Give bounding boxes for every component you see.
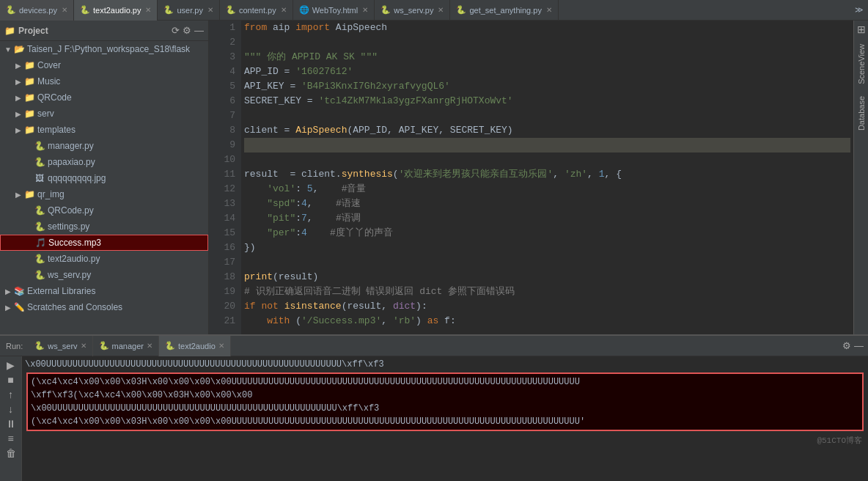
sidebar-item-settings-py[interactable]: 🐍 settings.py (0, 219, 208, 235)
code-line-20[interactable]: if not isinstance(result, dict): (244, 299, 850, 314)
code-line-15[interactable]: "per":4 #度丫丫的声音 (244, 226, 850, 240)
code-container[interactable]: 123456789101112131415161718192021 from a… (209, 21, 853, 334)
tab-overflow-button[interactable]: ≫ (850, 5, 868, 15)
run-tab-icons: ⚙ — (842, 340, 868, 351)
run-output-highlighted: (\xc4\xc4\x00\x00\x03H\x00\x00\x00\x00UU… (26, 372, 864, 431)
sidebar-item-music[interactable]: ▶ 📁 Music (0, 73, 208, 89)
tab-close-ws-serv[interactable]: ✕ (438, 6, 444, 14)
token-var: = client. (279, 167, 342, 182)
sidebar-item-root[interactable]: ▼ 📂 Taisen_J F:\Python_workspace_S18\fla… (0, 41, 208, 57)
sidebar-item-external-libraries[interactable]: ▶ 📚 External Libraries (0, 283, 208, 299)
editor-area: 123456789101112131415161718192021 from a… (209, 21, 853, 334)
settings-icon[interactable]: ⚙ (842, 340, 851, 351)
tab-close-text2audio[interactable]: ✕ (145, 6, 151, 14)
folder-icon: 📁 (23, 108, 35, 120)
code-line-10[interactable] (244, 153, 850, 167)
code-line-14[interactable]: "pit":7, #语调 (244, 211, 850, 226)
code-line-8[interactable]: client = AipSpeech(APP_ID, API_KEY, SECR… (244, 123, 850, 138)
run-tab-close-manager[interactable]: ✕ (147, 342, 152, 350)
tab-devices-py[interactable]: 🐍 devices.py ✕ (0, 0, 74, 21)
sidebar-item-papaxiao-py[interactable]: 🐍 papaxiao.py (0, 154, 208, 170)
code-line-2[interactable] (244, 35, 850, 50)
sidebar-item-manager-py[interactable]: 🐍 manager.py (0, 138, 208, 154)
code-content[interactable]: from aip import AipSpeech """ 你的 APPID A… (241, 21, 853, 334)
run-tab-text2audio[interactable]: 🐍 text2audio ✕ (159, 336, 231, 356)
sync-icon[interactable]: ⟳ (172, 25, 180, 36)
tab-close-content[interactable]: ✕ (281, 6, 287, 14)
token-var: ( (393, 167, 399, 182)
code-line-7[interactable] (244, 109, 850, 123)
code-line-11[interactable]: result = client.synthesis('欢迎来到老男孩只能亲自互动… (244, 167, 850, 182)
sidebar-item-cover[interactable]: ▶ 📁 Cover (0, 57, 208, 73)
run-output-area[interactable]: \x00UUUUUUUUUUUUUUUUUUUUUUUUUUUUUUUUUUUU… (22, 356, 868, 481)
token-str: '欢迎来到老男孩只能亲自互动乐园' (399, 167, 553, 182)
token-str: "spd" (267, 197, 295, 211)
run-stop-icon[interactable]: ■ (7, 374, 13, 386)
run-arrow-up-icon[interactable]: ↑ (8, 389, 13, 400)
sidebar-item-templates[interactable]: ▶ 📁 templates (0, 122, 208, 138)
run-arrow-down-icon[interactable]: ↓ (8, 403, 13, 415)
code-line-3[interactable]: """ 你的 APPID AK SK """ (244, 50, 850, 65)
line-number-20: 20 (215, 299, 235, 314)
sidebar-item-label-papaxiao: papaxiao.py (48, 157, 95, 167)
tab-get-set-anything-py[interactable]: 🐍 get_set_anything.py ✕ (450, 0, 558, 21)
run-tab-manager[interactable]: 🐍 manager ✕ (93, 336, 159, 356)
run-play-icon[interactable]: ▶ (7, 359, 15, 371)
sidebar-item-serv[interactable]: ▶ 📁 serv (0, 106, 208, 122)
scene-view-label[interactable]: SceneView (856, 41, 867, 87)
code-line-9[interactable] (244, 138, 850, 153)
minimize-run-icon[interactable]: — (854, 340, 864, 351)
tab-close-devices[interactable]: ✕ (62, 6, 67, 14)
database-label[interactable]: Database (856, 93, 867, 133)
gear-icon[interactable]: ⚙ (183, 25, 191, 36)
code-line-5[interactable]: API_KEY = 'B4Pi3KnxI7Gh2xyrafvygQL6' (244, 79, 850, 94)
token-kw: from (244, 21, 267, 35)
run-pause-icon[interactable]: ⏸ (6, 418, 16, 430)
tab-ws-serv-py[interactable]: 🐍 ws_serv.py ✕ (375, 0, 450, 21)
tab-content-py[interactable]: 🐍 content.py ✕ (220, 0, 293, 21)
folder-icon: 📁 (23, 92, 35, 103)
sidebar-item-jpg[interactable]: 🖼 qqqqqqqqq.jpg (0, 170, 208, 186)
code-line-12[interactable]: 'vol': 5, #音量 (244, 182, 850, 197)
code-line-19[interactable]: # 识别正确返回语音二进制 错误则返回 dict 参照下面错误码 (244, 284, 850, 299)
python-icon: 🐍 (80, 5, 90, 15)
sidebar-item-qrcode-py[interactable]: 🐍 QRCode.py (0, 202, 208, 219)
token-var (279, 299, 284, 314)
tab-close-user[interactable]: ✕ (207, 6, 213, 14)
run-tab-ws-serv[interactable]: 🐍 ws_serv ✕ (29, 336, 92, 356)
tab-user-py[interactable]: 🐍 user.py ✕ (158, 0, 219, 21)
run-tab-close-text2audio[interactable]: ✕ (218, 342, 224, 350)
sidebar-item-label-qr-img: qr_img (37, 189, 65, 199)
token-var: = (284, 79, 301, 94)
tab-text2audio-py[interactable]: 🐍 text2audio.py ✕ (74, 0, 158, 21)
code-line-13[interactable]: "spd":4, #语速 (244, 197, 850, 211)
code-line-18[interactable]: print(result) (244, 270, 850, 284)
run-sidebar: ▶ ■ ↑ ↓ ⏸ ≡ 🗑 (0, 356, 22, 481)
sidebar-item-text2audio-py[interactable]: 🐍 text2audio.py (0, 251, 208, 267)
tab-webtoy-html[interactable]: 🌐 WebToy.html ✕ (293, 0, 375, 21)
code-line-21[interactable]: with ('/Success.mp3', 'rb') as f: (244, 314, 850, 328)
token-var: ( (290, 314, 301, 328)
run-clear-icon[interactable]: 🗑 (6, 447, 16, 459)
code-line-6[interactable]: SECRET_KEY = 'tcl4ZkM7Mkla3ygzFXanrgRjHO… (244, 94, 850, 109)
sidebar: 📁 Project ⟳ ⚙ — ▼ 📂 Taisen_J F:\Python_w… (0, 21, 209, 334)
sidebar-item-success-mp3[interactable]: 🎵 Success.mp3 (0, 235, 208, 251)
tab-close-webtoy[interactable]: ✕ (362, 6, 368, 14)
code-line-4[interactable]: APP_ID = '16027612' (244, 65, 850, 79)
run-list-icon[interactable]: ≡ (7, 433, 13, 444)
expand-arrow-qrcode: ▶ (13, 94, 23, 102)
sidebar-item-qrcode-folder[interactable]: ▶ 📁 QRCode (0, 89, 208, 106)
code-line-1[interactable]: from aip import AipSpeech (244, 21, 850, 35)
sidebar-item-ws-serv-py[interactable]: 🐍 ws_serv.py (0, 267, 208, 283)
scene-view-icon[interactable]: ⊞ (854, 21, 869, 38)
code-line-17[interactable] (244, 255, 850, 270)
line-number-6: 6 (215, 94, 235, 109)
token-var: , (307, 211, 336, 226)
sidebar-item-scratches-consoles[interactable]: ▶ ✏️ Scratches and Consoles (0, 299, 208, 315)
code-line-16[interactable]: }) (244, 240, 850, 255)
tab-close-get-set[interactable]: ✕ (546, 6, 552, 14)
minimize-icon[interactable]: — (194, 25, 204, 36)
sidebar-item-qr-img[interactable]: ▶ 📁 qr_img (0, 186, 208, 202)
run-tab-close-ws-serv[interactable]: ✕ (81, 342, 87, 350)
run-tab-label-text2audio: text2audio (178, 342, 216, 350)
